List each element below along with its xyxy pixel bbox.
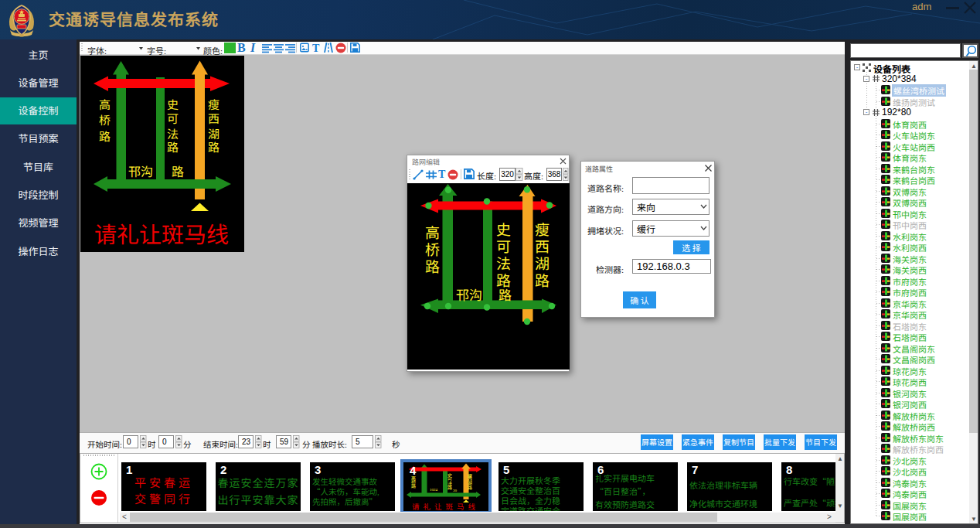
svg-text:请礼让斑马线: 请礼让斑马线 [412, 501, 479, 511]
svg-text:高桥路: 高桥路 [410, 475, 417, 489]
svg-text:30: 30 [453, 487, 458, 492]
svg-text:1024: 1024 [430, 486, 438, 492]
svg-text:瘦西湖路: 瘦西湖路 [467, 473, 474, 490]
svg-text:史可法路: 史可法路 [447, 473, 454, 490]
